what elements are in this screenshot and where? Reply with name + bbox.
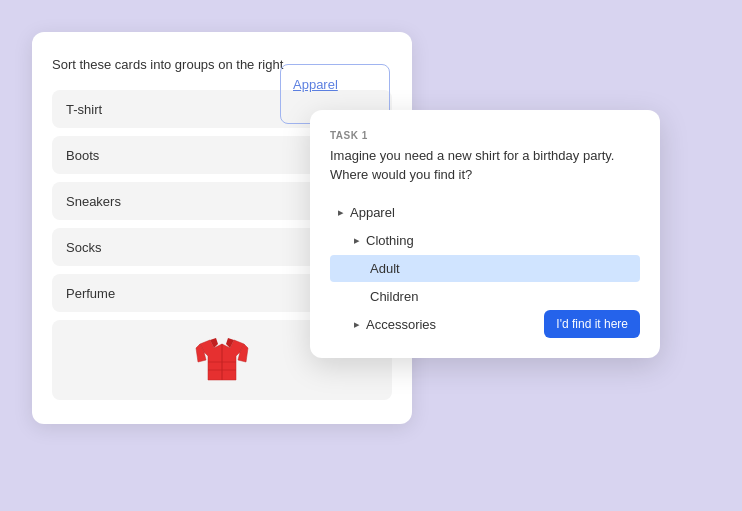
- task-label: TASK 1: [330, 130, 640, 141]
- dropzone-label[interactable]: Apparel: [293, 77, 338, 92]
- find-it-here-button[interactable]: I'd find it here: [544, 310, 640, 338]
- expand-arrow-apparel: ▸: [338, 206, 344, 219]
- task-card: TASK 1 Imagine you need a new shirt for …: [310, 110, 660, 358]
- tree-row-clothing[interactable]: ▸ Clothing: [330, 227, 640, 254]
- tree-row-adult[interactable]: Adult: [330, 255, 640, 282]
- tree-row-children[interactable]: Children: [330, 283, 640, 310]
- tree-row-apparel[interactable]: ▸ Apparel: [330, 199, 640, 226]
- jacket-icon: [192, 330, 252, 390]
- expand-arrow-clothing: ▸: [354, 234, 360, 247]
- expand-arrow-accessories: ▸: [354, 318, 360, 331]
- task-question: Imagine you need a new shirt for a birth…: [330, 147, 640, 185]
